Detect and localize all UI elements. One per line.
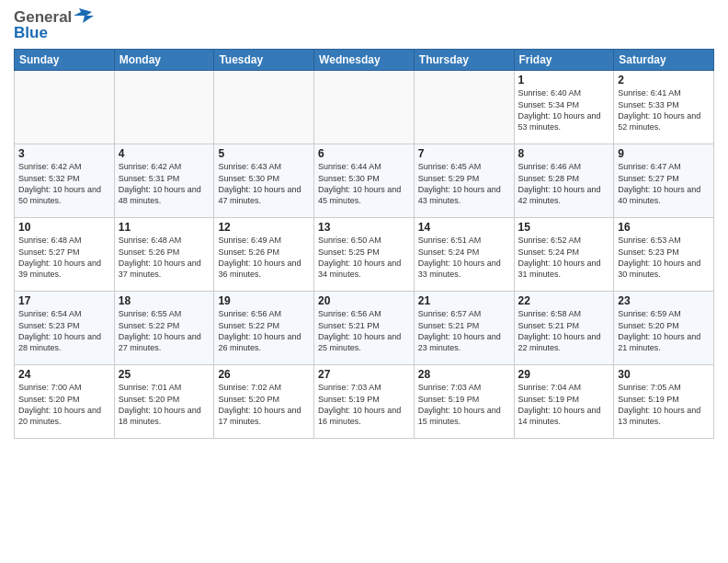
day-cell: 6Sunrise: 6:44 AM Sunset: 5:30 PM Daylig… bbox=[314, 144, 415, 218]
day-number: 21 bbox=[418, 294, 510, 307]
logo-bird-icon bbox=[74, 6, 94, 23]
weekday-header-tuesday: Tuesday bbox=[214, 50, 314, 71]
day-number: 3 bbox=[18, 147, 110, 160]
day-cell: 3Sunrise: 6:42 AM Sunset: 5:32 PM Daylig… bbox=[15, 144, 115, 218]
weekday-header-monday: Monday bbox=[114, 50, 214, 71]
day-number: 23 bbox=[618, 294, 710, 307]
day-number: 28 bbox=[418, 368, 510, 381]
day-number: 9 bbox=[618, 147, 710, 160]
day-cell: 17Sunrise: 6:54 AM Sunset: 5:23 PM Dayli… bbox=[15, 292, 115, 365]
day-cell: 18Sunrise: 6:55 AM Sunset: 5:22 PM Dayli… bbox=[114, 292, 214, 365]
day-cell: 10Sunrise: 6:48 AM Sunset: 5:27 PM Dayli… bbox=[15, 218, 115, 292]
weekday-header-friday: Friday bbox=[514, 50, 614, 71]
logo-blue: Blue bbox=[14, 25, 94, 42]
day-info: Sunrise: 6:46 AM Sunset: 5:28 PM Dayligh… bbox=[518, 161, 610, 206]
day-number: 14 bbox=[418, 221, 510, 234]
day-info: Sunrise: 6:42 AM Sunset: 5:31 PM Dayligh… bbox=[119, 161, 210, 206]
day-info: Sunrise: 6:55 AM Sunset: 5:22 PM Dayligh… bbox=[119, 308, 210, 353]
day-number: 12 bbox=[218, 221, 310, 234]
day-cell: 24Sunrise: 7:00 AM Sunset: 5:20 PM Dayli… bbox=[15, 365, 115, 439]
day-cell: 28Sunrise: 7:03 AM Sunset: 5:19 PM Dayli… bbox=[414, 365, 514, 439]
day-info: Sunrise: 6:50 AM Sunset: 5:25 PM Dayligh… bbox=[318, 235, 410, 280]
logo: General Blue bbox=[14, 9, 94, 41]
day-info: Sunrise: 6:56 AM Sunset: 5:21 PM Dayligh… bbox=[318, 308, 410, 353]
day-number: 29 bbox=[518, 368, 610, 381]
day-cell: 27Sunrise: 7:03 AM Sunset: 5:19 PM Dayli… bbox=[314, 365, 415, 439]
day-number: 25 bbox=[119, 368, 210, 381]
calendar: SundayMondayTuesdayWednesdayThursdayFrid… bbox=[14, 49, 714, 439]
week-row-5: 24Sunrise: 7:00 AM Sunset: 5:20 PM Dayli… bbox=[15, 365, 714, 439]
day-cell: 2Sunrise: 6:41 AM Sunset: 5:33 PM Daylig… bbox=[614, 71, 714, 144]
day-info: Sunrise: 6:49 AM Sunset: 5:26 PM Dayligh… bbox=[218, 235, 310, 280]
day-cell: 20Sunrise: 6:56 AM Sunset: 5:21 PM Dayli… bbox=[314, 292, 415, 365]
day-number: 6 bbox=[318, 147, 410, 160]
day-cell bbox=[114, 71, 214, 144]
day-info: Sunrise: 6:58 AM Sunset: 5:21 PM Dayligh… bbox=[518, 308, 610, 353]
header: General Blue bbox=[14, 9, 714, 41]
day-info: Sunrise: 6:57 AM Sunset: 5:21 PM Dayligh… bbox=[418, 308, 510, 353]
day-number: 8 bbox=[518, 147, 610, 160]
day-cell: 30Sunrise: 7:05 AM Sunset: 5:19 PM Dayli… bbox=[614, 365, 714, 439]
day-info: Sunrise: 7:00 AM Sunset: 5:20 PM Dayligh… bbox=[18, 382, 110, 427]
day-number: 7 bbox=[418, 147, 510, 160]
day-cell: 1Sunrise: 6:40 AM Sunset: 5:34 PM Daylig… bbox=[514, 71, 614, 144]
week-row-4: 17Sunrise: 6:54 AM Sunset: 5:23 PM Dayli… bbox=[15, 292, 714, 365]
day-info: Sunrise: 6:47 AM Sunset: 5:27 PM Dayligh… bbox=[618, 161, 710, 206]
day-number: 27 bbox=[318, 368, 410, 381]
day-number: 17 bbox=[18, 294, 110, 307]
day-number: 4 bbox=[119, 147, 210, 160]
day-cell: 5Sunrise: 6:43 AM Sunset: 5:30 PM Daylig… bbox=[214, 144, 314, 218]
day-cell: 19Sunrise: 6:56 AM Sunset: 5:22 PM Dayli… bbox=[214, 292, 314, 365]
day-cell: 12Sunrise: 6:49 AM Sunset: 5:26 PM Dayli… bbox=[214, 218, 314, 292]
day-cell: 9Sunrise: 6:47 AM Sunset: 5:27 PM Daylig… bbox=[614, 144, 714, 218]
day-cell: 23Sunrise: 6:59 AM Sunset: 5:20 PM Dayli… bbox=[614, 292, 714, 365]
day-cell: 14Sunrise: 6:51 AM Sunset: 5:24 PM Dayli… bbox=[414, 218, 514, 292]
day-info: Sunrise: 6:45 AM Sunset: 5:29 PM Dayligh… bbox=[418, 161, 510, 206]
logo-wordmark: General Blue bbox=[14, 9, 94, 41]
day-info: Sunrise: 6:51 AM Sunset: 5:24 PM Dayligh… bbox=[418, 235, 510, 280]
day-info: Sunrise: 7:02 AM Sunset: 5:20 PM Dayligh… bbox=[218, 382, 310, 427]
day-cell bbox=[214, 71, 314, 144]
day-number: 24 bbox=[18, 368, 110, 381]
day-number: 20 bbox=[318, 294, 410, 307]
day-info: Sunrise: 6:53 AM Sunset: 5:23 PM Dayligh… bbox=[618, 235, 710, 280]
day-number: 5 bbox=[218, 147, 310, 160]
weekday-header-thursday: Thursday bbox=[414, 50, 514, 71]
day-info: Sunrise: 6:43 AM Sunset: 5:30 PM Dayligh… bbox=[218, 161, 310, 206]
day-cell bbox=[15, 71, 115, 144]
day-info: Sunrise: 7:05 AM Sunset: 5:19 PM Dayligh… bbox=[618, 382, 710, 427]
day-cell: 21Sunrise: 6:57 AM Sunset: 5:21 PM Dayli… bbox=[414, 292, 514, 365]
day-cell: 8Sunrise: 6:46 AM Sunset: 5:28 PM Daylig… bbox=[514, 144, 614, 218]
day-info: Sunrise: 6:40 AM Sunset: 5:34 PM Dayligh… bbox=[518, 87, 610, 132]
weekday-header-sunday: Sunday bbox=[15, 50, 115, 71]
day-info: Sunrise: 6:42 AM Sunset: 5:32 PM Dayligh… bbox=[18, 161, 110, 206]
day-number: 22 bbox=[518, 294, 610, 307]
day-cell bbox=[314, 71, 415, 144]
weekday-header-row: SundayMondayTuesdayWednesdayThursdayFrid… bbox=[15, 50, 714, 71]
day-cell: 15Sunrise: 6:52 AM Sunset: 5:24 PM Dayli… bbox=[514, 218, 614, 292]
day-number: 16 bbox=[618, 221, 710, 234]
day-info: Sunrise: 6:48 AM Sunset: 5:27 PM Dayligh… bbox=[18, 235, 110, 280]
day-cell: 11Sunrise: 6:48 AM Sunset: 5:26 PM Dayli… bbox=[114, 218, 214, 292]
day-info: Sunrise: 6:52 AM Sunset: 5:24 PM Dayligh… bbox=[518, 235, 610, 280]
day-cell bbox=[414, 71, 514, 144]
day-cell: 25Sunrise: 7:01 AM Sunset: 5:20 PM Dayli… bbox=[114, 365, 214, 439]
day-info: Sunrise: 6:56 AM Sunset: 5:22 PM Dayligh… bbox=[218, 308, 310, 353]
svg-marker-0 bbox=[74, 8, 94, 23]
day-info: Sunrise: 6:41 AM Sunset: 5:33 PM Dayligh… bbox=[618, 87, 710, 132]
day-cell: 26Sunrise: 7:02 AM Sunset: 5:20 PM Dayli… bbox=[214, 365, 314, 439]
day-number: 19 bbox=[218, 294, 310, 307]
weekday-header-saturday: Saturday bbox=[614, 50, 714, 71]
weekday-header-wednesday: Wednesday bbox=[314, 50, 415, 71]
day-info: Sunrise: 7:03 AM Sunset: 5:19 PM Dayligh… bbox=[318, 382, 410, 427]
day-cell: 13Sunrise: 6:50 AM Sunset: 5:25 PM Dayli… bbox=[314, 218, 415, 292]
day-info: Sunrise: 7:04 AM Sunset: 5:19 PM Dayligh… bbox=[518, 382, 610, 427]
day-number: 15 bbox=[518, 221, 610, 234]
day-number: 10 bbox=[18, 221, 110, 234]
day-cell: 29Sunrise: 7:04 AM Sunset: 5:19 PM Dayli… bbox=[514, 365, 614, 439]
day-cell: 16Sunrise: 6:53 AM Sunset: 5:23 PM Dayli… bbox=[614, 218, 714, 292]
day-cell: 4Sunrise: 6:42 AM Sunset: 5:31 PM Daylig… bbox=[114, 144, 214, 218]
day-info: Sunrise: 6:48 AM Sunset: 5:26 PM Dayligh… bbox=[119, 235, 210, 280]
day-number: 2 bbox=[618, 74, 710, 86]
day-info: Sunrise: 7:01 AM Sunset: 5:20 PM Dayligh… bbox=[119, 382, 210, 427]
